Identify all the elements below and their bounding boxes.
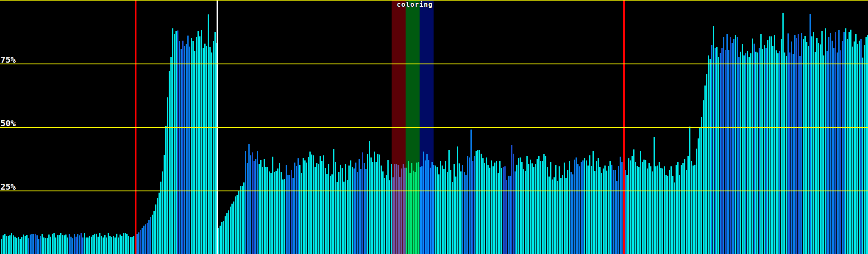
y-axis-label-50: 50% [0,119,16,127]
y-axis-label-25: 25% [0,182,16,191]
coloring-region-label: coloring [397,1,433,8]
gridline-50 [0,127,868,128]
frame-time-graph: 75%50%25% coloring [0,0,868,254]
gridline-100 [0,0,868,1]
gridline-25 [0,190,868,191]
y-axis-label-75: 75% [0,55,16,64]
gridline-75 [0,64,868,64]
